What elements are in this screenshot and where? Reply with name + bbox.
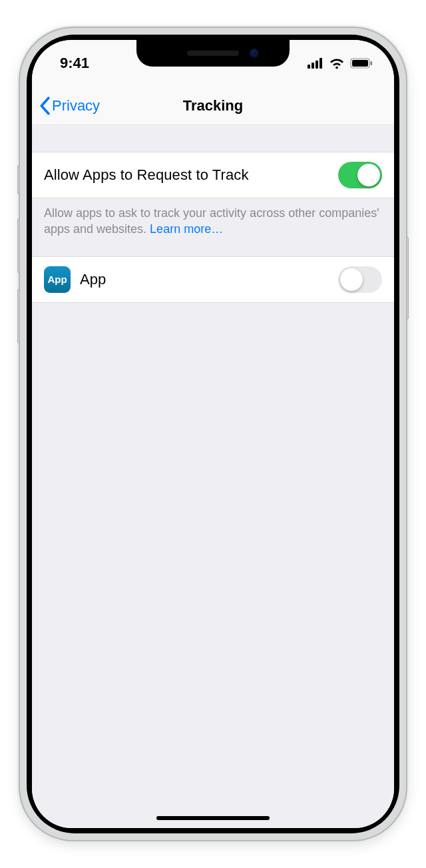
app-tracking-toggle[interactable]	[338, 266, 382, 293]
svg-rect-2	[316, 61, 318, 69]
power-button	[406, 237, 409, 320]
app-icon: App	[44, 266, 71, 293]
svg-rect-6	[371, 61, 373, 65]
section-footer: Allow apps to ask to track your activity…	[32, 198, 394, 238]
content-area: Allow Apps to Request to Track Allow app…	[32, 125, 394, 828]
home-indicator[interactable]	[156, 816, 270, 820]
allow-apps-request-toggle[interactable]	[338, 162, 382, 188]
front-camera	[250, 49, 259, 58]
phone-bezel: 9:41	[27, 35, 399, 833]
app-name-label: App	[80, 271, 338, 288]
phone-frame: 9:41	[20, 28, 406, 840]
allow-apps-request-label: Allow Apps to Request to Track	[44, 166, 338, 184]
chevron-left-icon	[39, 97, 51, 115]
svg-rect-5	[352, 60, 368, 67]
navigation-bar: Privacy Tracking	[32, 87, 394, 125]
notch	[136, 40, 290, 67]
mute-switch	[17, 165, 20, 194]
learn-more-link[interactable]: Learn more…	[150, 222, 223, 236]
svg-rect-1	[312, 63, 314, 69]
allow-apps-request-row: Allow Apps to Request to Track	[32, 152, 394, 198]
cellular-icon	[308, 58, 323, 69]
wifi-icon	[329, 57, 345, 69]
volume-down-button	[17, 289, 20, 343]
back-button[interactable]: Privacy	[32, 97, 100, 115]
svg-rect-0	[308, 65, 310, 69]
battery-icon	[350, 58, 373, 69]
back-label: Privacy	[52, 97, 100, 114]
earpiece	[187, 51, 239, 56]
status-time: 9:41	[60, 55, 89, 71]
svg-rect-3	[320, 58, 322, 69]
app-tracking-row: AppApp	[32, 256, 394, 303]
phone-screen: 9:41	[32, 40, 394, 828]
volume-up-button	[17, 218, 20, 273]
